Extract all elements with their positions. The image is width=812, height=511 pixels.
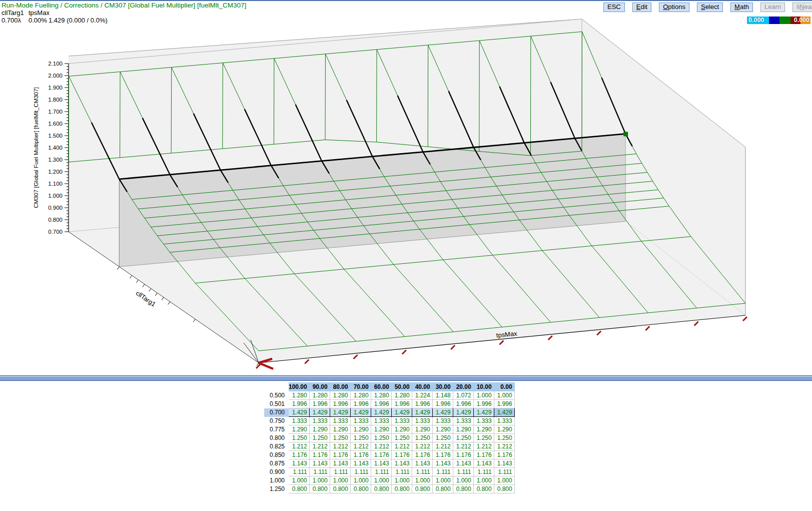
esc-button[interactable]: ESC xyxy=(603,3,625,12)
table-cell[interactable]: 1.250 xyxy=(412,434,432,442)
table-cell[interactable]: 1.212 xyxy=(432,442,453,451)
table-cell[interactable]: 1.290 xyxy=(350,425,371,434)
table-cell[interactable]: 0.800 xyxy=(289,485,310,493)
table-cell[interactable]: 1.176 xyxy=(289,451,310,459)
table-cell[interactable]: 1.176 xyxy=(371,451,391,459)
table-cell[interactable]: 1.212 xyxy=(350,442,371,451)
table-cell[interactable]: 0.800 xyxy=(391,485,412,493)
table-cell[interactable]: 1.111 xyxy=(453,468,473,476)
table-cell[interactable]: 1.143 xyxy=(473,459,494,468)
table-cell[interactable]: 1.212 xyxy=(391,442,412,451)
table-cell[interactable]: 1.429 xyxy=(453,408,473,417)
table-cell[interactable]: 1.111 xyxy=(350,468,371,476)
table-cell[interactable]: 1.996 xyxy=(350,400,371,408)
table-cell[interactable]: 1.212 xyxy=(309,442,330,451)
table-cell[interactable]: 1.143 xyxy=(391,459,412,468)
table-cell[interactable]: 1.000 xyxy=(391,476,412,485)
table-cell[interactable]: 1.290 xyxy=(391,425,412,434)
table-cell[interactable]: 1.111 xyxy=(391,468,412,476)
table-cell[interactable]: 1.212 xyxy=(371,442,391,451)
table-cell[interactable]: 1.212 xyxy=(453,442,473,451)
table-cell[interactable]: 1.996 xyxy=(453,400,473,408)
row-header[interactable]: 0.501 xyxy=(265,400,289,408)
table-cell[interactable]: 0.800 xyxy=(309,485,330,493)
table-cell[interactable]: 1.000 xyxy=(453,476,473,485)
table-cell[interactable]: 1.333 xyxy=(289,417,310,425)
table-cell[interactable]: 1.429 xyxy=(412,408,432,417)
edit-button[interactable]: Edit xyxy=(632,3,651,12)
table-cell[interactable]: 1.996 xyxy=(432,400,453,408)
table-cell[interactable]: 1.143 xyxy=(289,459,310,468)
row-header[interactable]: 1.250 xyxy=(265,485,289,493)
table-cell[interactable]: 1.280 xyxy=(289,391,310,400)
column-header[interactable]: 60.00 xyxy=(371,383,391,391)
table-cell[interactable]: 1.148 xyxy=(432,391,453,400)
row-header[interactable]: 0.800 xyxy=(265,434,289,442)
table-cell[interactable]: 1.996 xyxy=(391,400,412,408)
table-cell[interactable]: 1.429 xyxy=(391,408,412,417)
column-header[interactable]: 20.00 xyxy=(453,383,473,391)
table-cell[interactable]: 1.212 xyxy=(412,442,432,451)
table-cell[interactable]: 1.111 xyxy=(330,468,350,476)
table-cell[interactable]: 1.290 xyxy=(330,425,350,434)
table-cell[interactable]: 0.800 xyxy=(494,485,514,493)
table-cell[interactable]: 1.290 xyxy=(494,425,514,434)
table-cell[interactable]: 1.072 xyxy=(453,391,473,400)
pane-splitter[interactable] xyxy=(0,375,812,381)
table-cell[interactable]: 1.996 xyxy=(371,400,391,408)
table-cell[interactable]: 1.000 xyxy=(432,476,453,485)
table-cell[interactable]: 0.800 xyxy=(350,485,371,493)
math-button[interactable]: Math xyxy=(730,3,753,12)
table-cell[interactable]: 1.996 xyxy=(309,400,330,408)
table-cell[interactable]: 1.176 xyxy=(391,451,412,459)
table-cell[interactable]: 1.280 xyxy=(330,391,350,400)
table-cell[interactable]: 1.212 xyxy=(473,442,494,451)
table-cell[interactable]: 1.290 xyxy=(309,425,330,434)
column-header[interactable]: 70.00 xyxy=(350,383,371,391)
table-cell[interactable]: 1.250 xyxy=(391,434,412,442)
table-cell[interactable]: 1.280 xyxy=(309,391,330,400)
table-cell[interactable]: 1.429 xyxy=(371,408,391,417)
select-button[interactable]: Select xyxy=(697,3,723,12)
table-cell[interactable]: 0.800 xyxy=(432,485,453,493)
table-cell[interactable]: 1.429 xyxy=(432,408,453,417)
table-cell[interactable]: 1.333 xyxy=(350,417,371,425)
table-cell[interactable]: 1.111 xyxy=(371,468,391,476)
table-cell[interactable]: 1.250 xyxy=(330,434,350,442)
table-cell[interactable]: 1.143 xyxy=(350,459,371,468)
table-cell[interactable]: 1.111 xyxy=(309,468,330,476)
column-header[interactable]: 50.00 xyxy=(391,383,412,391)
column-header[interactable]: 0.00 xyxy=(494,383,514,391)
row-header[interactable]: 0.500 xyxy=(265,391,289,400)
table-cell[interactable]: 1.250 xyxy=(473,434,494,442)
column-header[interactable]: 100.00 xyxy=(289,383,310,391)
table-cell[interactable]: 1.176 xyxy=(330,451,350,459)
table-cell[interactable]: 1.280 xyxy=(391,391,412,400)
table-cell[interactable]: 1.000 xyxy=(350,476,371,485)
table-cell[interactable]: 1.111 xyxy=(412,468,432,476)
table-cell[interactable]: 1.000 xyxy=(473,476,494,485)
table-cell[interactable]: 1.429 xyxy=(350,408,371,417)
table-cell[interactable]: 1.111 xyxy=(432,468,453,476)
table-cell[interactable]: 1.333 xyxy=(494,417,514,425)
table-cell[interactable]: 1.429 xyxy=(473,408,494,417)
table-cell[interactable]: 1.290 xyxy=(371,425,391,434)
table-cell[interactable]: 1.996 xyxy=(412,400,432,408)
table-cell[interactable]: 1.176 xyxy=(453,451,473,459)
table-cell[interactable]: 1.000 xyxy=(473,391,494,400)
table-cell[interactable]: 1.111 xyxy=(289,468,310,476)
table-cell[interactable]: 1.429 xyxy=(494,408,514,417)
surface-plot[interactable]: 0.7000.8000.9001.0001.1001.2001.3001.400… xyxy=(0,0,812,375)
column-header[interactable]: 10.00 xyxy=(473,383,494,391)
table-cell[interactable]: 1.000 xyxy=(330,476,350,485)
table-cell[interactable]: 1.224 xyxy=(412,391,432,400)
table-cell[interactable]: 1.000 xyxy=(289,476,310,485)
table-cell[interactable]: 1.996 xyxy=(330,400,350,408)
table-cell[interactable]: 1.333 xyxy=(412,417,432,425)
table-cell[interactable]: 1.176 xyxy=(494,451,514,459)
table-cell[interactable]: 1.996 xyxy=(494,400,514,408)
table-cell[interactable]: 1.250 xyxy=(494,434,514,442)
row-header[interactable]: 0.850 xyxy=(265,451,289,459)
row-header[interactable]: 0.750 xyxy=(265,417,289,425)
table-cell[interactable]: 1.176 xyxy=(412,451,432,459)
